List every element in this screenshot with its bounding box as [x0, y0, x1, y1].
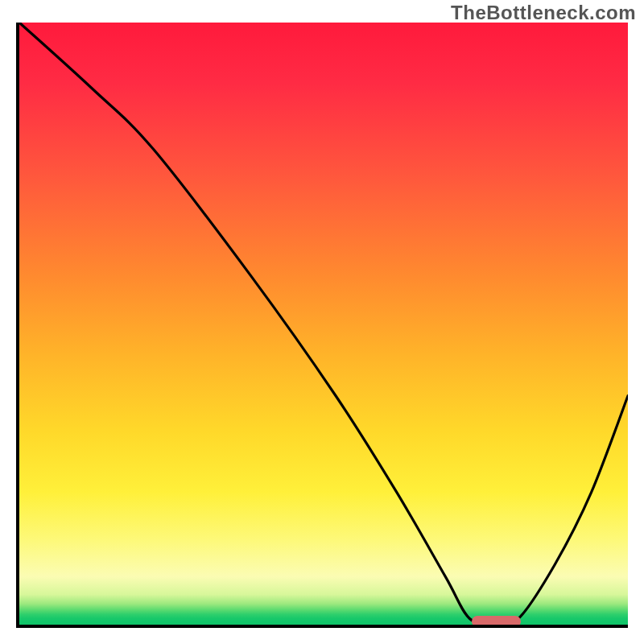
bottleneck-chart: TheBottleneck.com [0, 0, 644, 644]
optimal-range-marker [472, 616, 521, 627]
plot-area [16, 23, 628, 628]
bottleneck-curve [19, 23, 628, 624]
watermark-text: TheBottleneck.com [451, 2, 636, 24]
curve-svg [19, 23, 628, 625]
